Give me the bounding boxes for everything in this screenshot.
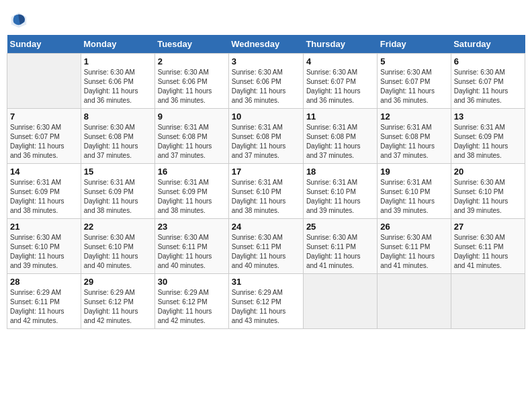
calendar-cell: 1Sunrise: 6:30 AM Sunset: 6:06 PM Daylig…: [81, 54, 154, 109]
day-number: 3: [232, 56, 300, 66]
day-number: 10: [232, 111, 300, 122]
calendar-cell: 17Sunrise: 6:31 AM Sunset: 6:10 PM Dayli…: [228, 164, 303, 219]
day-info: Sunrise: 6:29 AM Sunset: 6:11 PM Dayligh…: [10, 288, 78, 326]
header-sunday: Sunday: [7, 35, 81, 54]
day-info: Sunrise: 6:30 AM Sunset: 6:06 PM Dayligh…: [84, 68, 152, 105]
calendar-cell: 15Sunrise: 6:31 AM Sunset: 6:09 PM Dayli…: [81, 164, 154, 219]
day-number: 30: [158, 277, 226, 287]
day-number: 19: [380, 167, 447, 177]
day-info: Sunrise: 6:31 AM Sunset: 6:10 PM Dayligh…: [306, 178, 374, 216]
day-info: Sunrise: 6:31 AM Sunset: 6:08 PM Dayligh…: [306, 123, 374, 161]
day-info: Sunrise: 6:30 AM Sunset: 6:11 PM Dayligh…: [232, 233, 300, 271]
calendar-cell: 31Sunrise: 6:29 AM Sunset: 6:12 PM Dayli…: [228, 274, 303, 329]
calendar-cell: 21Sunrise: 6:30 AM Sunset: 6:10 PM Dayli…: [7, 219, 81, 274]
day-info: Sunrise: 6:30 AM Sunset: 6:11 PM Dayligh…: [306, 233, 374, 271]
day-number: 20: [454, 167, 522, 177]
header-saturday: Saturday: [451, 35, 525, 54]
calendar-cell: 24Sunrise: 6:30 AM Sunset: 6:11 PM Dayli…: [228, 219, 303, 274]
day-info: Sunrise: 6:29 AM Sunset: 6:12 PM Dayligh…: [84, 288, 152, 326]
calendar-table: SundayMondayTuesdayWednesdayThursdayFrid…: [7, 35, 525, 329]
calendar-cell: 12Sunrise: 6:31 AM Sunset: 6:08 PM Dayli…: [378, 109, 451, 164]
day-info: Sunrise: 6:31 AM Sunset: 6:09 PM Dayligh…: [158, 178, 226, 216]
day-info: Sunrise: 6:30 AM Sunset: 6:08 PM Dayligh…: [84, 123, 152, 161]
calendar-cell: 22Sunrise: 6:30 AM Sunset: 6:10 PM Dayli…: [81, 219, 154, 274]
calendar-cell: 7Sunrise: 6:30 AM Sunset: 6:07 PM Daylig…: [7, 109, 81, 164]
day-number: 14: [10, 167, 78, 177]
day-info: Sunrise: 6:31 AM Sunset: 6:09 PM Dayligh…: [10, 178, 78, 216]
header-thursday: Thursday: [303, 35, 377, 54]
day-info: Sunrise: 6:30 AM Sunset: 6:11 PM Dayligh…: [454, 233, 522, 271]
calendar-cell: 9Sunrise: 6:31 AM Sunset: 6:08 PM Daylig…: [154, 109, 228, 164]
day-number: 11: [306, 111, 374, 122]
day-number: 26: [380, 222, 447, 232]
calendar-cell: 14Sunrise: 6:31 AM Sunset: 6:09 PM Dayli…: [7, 164, 81, 219]
day-info: Sunrise: 6:31 AM Sunset: 6:09 PM Dayligh…: [84, 178, 152, 216]
day-info: Sunrise: 6:30 AM Sunset: 6:06 PM Dayligh…: [158, 68, 226, 105]
header-friday: Friday: [378, 35, 451, 54]
calendar-cell: [451, 274, 525, 329]
day-number: 12: [380, 111, 447, 122]
logo: [9, 11, 31, 30]
calendar-cell: 28Sunrise: 6:29 AM Sunset: 6:11 PM Dayli…: [7, 274, 81, 329]
calendar-cell: 20Sunrise: 6:30 AM Sunset: 6:10 PM Dayli…: [451, 164, 525, 219]
day-number: 6: [454, 56, 522, 66]
day-info: Sunrise: 6:31 AM Sunset: 6:10 PM Dayligh…: [232, 178, 300, 216]
day-info: Sunrise: 6:30 AM Sunset: 6:11 PM Dayligh…: [158, 233, 226, 271]
calendar-cell: 18Sunrise: 6:31 AM Sunset: 6:10 PM Dayli…: [303, 164, 377, 219]
day-info: Sunrise: 6:31 AM Sunset: 6:09 PM Dayligh…: [454, 123, 522, 161]
day-number: 31: [232, 277, 300, 287]
calendar-cell: 13Sunrise: 6:31 AM Sunset: 6:09 PM Dayli…: [451, 109, 525, 164]
day-info: Sunrise: 6:30 AM Sunset: 6:10 PM Dayligh…: [10, 233, 78, 271]
calendar-week-row: 7Sunrise: 6:30 AM Sunset: 6:07 PM Daylig…: [7, 109, 525, 164]
calendar-week-row: 1Sunrise: 6:30 AM Sunset: 6:06 PM Daylig…: [7, 54, 525, 109]
day-number: 4: [306, 56, 374, 66]
day-number: 27: [454, 222, 522, 232]
day-info: Sunrise: 6:31 AM Sunset: 6:08 PM Dayligh…: [232, 123, 300, 161]
calendar-cell: 27Sunrise: 6:30 AM Sunset: 6:11 PM Dayli…: [451, 219, 525, 274]
day-info: Sunrise: 6:30 AM Sunset: 6:11 PM Dayligh…: [380, 233, 447, 271]
day-info: Sunrise: 6:30 AM Sunset: 6:07 PM Dayligh…: [380, 68, 447, 105]
calendar-cell: [378, 274, 451, 329]
calendar-week-row: 28Sunrise: 6:29 AM Sunset: 6:11 PM Dayli…: [7, 274, 525, 329]
day-info: Sunrise: 6:31 AM Sunset: 6:08 PM Dayligh…: [380, 123, 447, 161]
logo-icon: [9, 11, 28, 30]
calendar-cell: 8Sunrise: 6:30 AM Sunset: 6:08 PM Daylig…: [81, 109, 154, 164]
calendar-cell: 11Sunrise: 6:31 AM Sunset: 6:08 PM Dayli…: [303, 109, 377, 164]
day-number: 22: [84, 222, 152, 232]
page-header: [7, 7, 525, 30]
day-info: Sunrise: 6:31 AM Sunset: 6:08 PM Dayligh…: [158, 123, 226, 161]
day-number: 13: [454, 111, 522, 122]
day-number: 5: [380, 56, 447, 66]
day-number: 16: [158, 167, 226, 177]
calendar-week-row: 21Sunrise: 6:30 AM Sunset: 6:10 PM Dayli…: [7, 219, 525, 274]
calendar-cell: 23Sunrise: 6:30 AM Sunset: 6:11 PM Dayli…: [154, 219, 228, 274]
calendar-cell: 10Sunrise: 6:31 AM Sunset: 6:08 PM Dayli…: [228, 109, 303, 164]
day-number: 25: [306, 222, 374, 232]
day-info: Sunrise: 6:30 AM Sunset: 6:07 PM Dayligh…: [10, 123, 78, 161]
calendar-cell: 30Sunrise: 6:29 AM Sunset: 6:12 PM Dayli…: [154, 274, 228, 329]
calendar-cell: 5Sunrise: 6:30 AM Sunset: 6:07 PM Daylig…: [378, 54, 451, 109]
header-wednesday: Wednesday: [228, 35, 303, 54]
day-info: Sunrise: 6:29 AM Sunset: 6:12 PM Dayligh…: [158, 288, 226, 326]
day-number: 29: [84, 277, 152, 287]
day-number: 8: [84, 111, 152, 122]
header-tuesday: Tuesday: [154, 35, 228, 54]
day-number: 28: [10, 277, 78, 287]
calendar-cell: 26Sunrise: 6:30 AM Sunset: 6:11 PM Dayli…: [378, 219, 451, 274]
calendar-cell: 3Sunrise: 6:30 AM Sunset: 6:06 PM Daylig…: [228, 54, 303, 109]
day-number: 21: [10, 222, 78, 232]
day-info: Sunrise: 6:30 AM Sunset: 6:07 PM Dayligh…: [306, 68, 374, 105]
calendar-week-row: 14Sunrise: 6:31 AM Sunset: 6:09 PM Dayli…: [7, 164, 525, 219]
day-info: Sunrise: 6:30 AM Sunset: 6:06 PM Dayligh…: [232, 68, 300, 105]
header-monday: Monday: [81, 35, 154, 54]
day-info: Sunrise: 6:30 AM Sunset: 6:10 PM Dayligh…: [454, 178, 522, 216]
day-number: 24: [232, 222, 300, 232]
day-number: 9: [158, 111, 226, 122]
day-info: Sunrise: 6:30 AM Sunset: 6:10 PM Dayligh…: [84, 233, 152, 271]
calendar-cell: 19Sunrise: 6:31 AM Sunset: 6:10 PM Dayli…: [378, 164, 451, 219]
calendar-cell: 4Sunrise: 6:30 AM Sunset: 6:07 PM Daylig…: [303, 54, 377, 109]
calendar-cell: 25Sunrise: 6:30 AM Sunset: 6:11 PM Dayli…: [303, 219, 377, 274]
calendar-cell: 6Sunrise: 6:30 AM Sunset: 6:07 PM Daylig…: [451, 54, 525, 109]
calendar-cell: [7, 54, 81, 109]
day-number: 2: [158, 56, 226, 66]
